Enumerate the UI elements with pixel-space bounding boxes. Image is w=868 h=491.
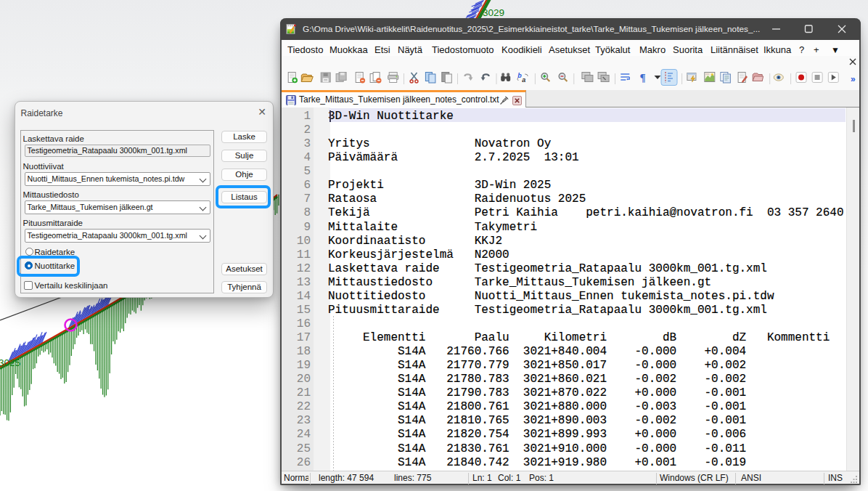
svg-text:3029: 3029	[483, 7, 504, 18]
svg-text:»: »	[851, 74, 856, 84]
svg-text:¶: ¶	[640, 72, 646, 84]
svg-text:a: a	[522, 76, 525, 84]
svg-text:3025: 3025	[0, 357, 20, 368]
